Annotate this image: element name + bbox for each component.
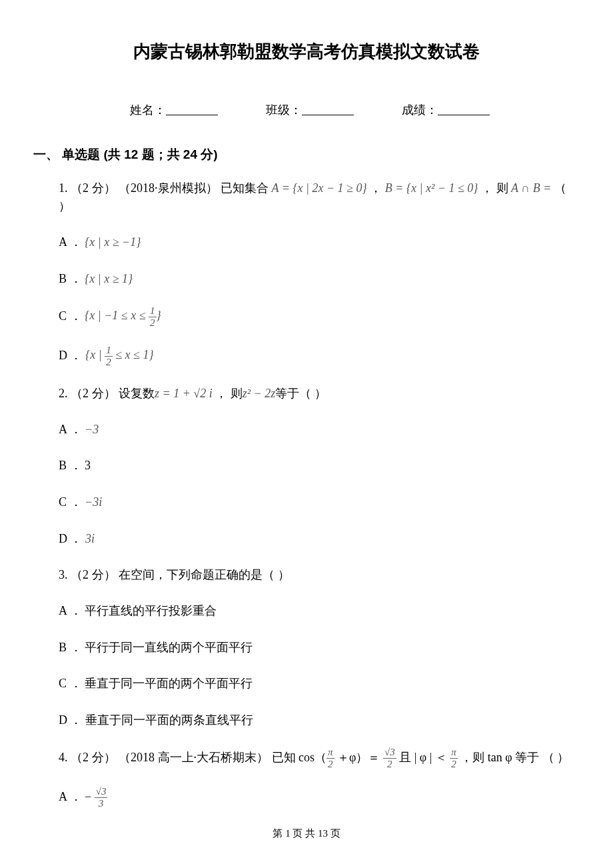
q1-option-a[interactable]: A ． {x | x ≥ −1}	[59, 233, 580, 252]
score-label: 成绩：	[402, 103, 438, 117]
q4-pi2-2: π2	[450, 747, 458, 769]
q1-option-b[interactable]: B ． {x | x ≥ 1}	[59, 269, 580, 289]
option-label: C ．	[59, 495, 85, 509]
option-label: C ．	[59, 309, 85, 322]
q2-optC-val: −3i	[85, 495, 102, 509]
q1-optC-math: {x | −1 ≤ x ≤ 12}	[85, 309, 161, 322]
info-line: 姓名： 班级： 成绩：	[33, 87, 580, 118]
q2-z: z = 1 + √2 i	[155, 387, 213, 400]
q1-source: （2018·泉州模拟） 已知集合	[119, 181, 272, 195]
q1-comma: ，	[367, 181, 385, 195]
q2-number: 2.	[59, 387, 68, 400]
q2-points: （2 分） 设复数	[68, 387, 155, 400]
option-label: D ．	[59, 532, 85, 545]
question-2: 2. （2 分） 设复数z = 1 + √2 i ， 则z² − 2z等于（ ）	[59, 385, 580, 403]
q1-option-d[interactable]: D ． {x | 12 ≤ x ≤ 1}	[59, 345, 580, 367]
score-blank[interactable]	[438, 103, 490, 115]
q1-intersection: A ∩ B =	[511, 181, 554, 195]
question-3: 3. （2 分） 在空间，下列命题正确的是（ ）	[59, 566, 580, 584]
q1-points: （2 分）	[68, 181, 119, 195]
q2-optD-val: 3i	[85, 532, 95, 545]
q4-sqrt3over2: √32	[383, 747, 396, 769]
q1-optA-math: {x | x ≥ −1}	[85, 235, 141, 249]
option-label: A ．	[59, 235, 85, 249]
q4-number: 4.	[59, 751, 68, 764]
q3-option-a[interactable]: A ． 平行直线的平行投影重合	[59, 601, 580, 621]
q1-optB-math: {x | x ≥ 1}	[85, 272, 133, 285]
page-title: 内蒙古锡林郭勒盟数学高考仿真模拟文数试卷	[33, 40, 580, 63]
q3-option-b[interactable]: B ． 平行于同一直线的两个平面平行	[59, 638, 580, 657]
q2-expr: z² − 2z	[243, 387, 276, 400]
class-label: 班级：	[266, 103, 302, 117]
option-label: B ．	[59, 272, 85, 285]
name-label: 姓名：	[130, 103, 166, 117]
section-header-1: 一、 单选题 (共 12 题；共 24 分)	[33, 146, 580, 163]
q1-after: ， 则	[478, 181, 512, 195]
q4-points: （2 分） （2018 高一上·大石桥期末） 已知 cos（	[68, 751, 327, 764]
q1-optD-math: {x | 12 ≤ x ≤ 1}	[85, 348, 154, 361]
option-label: D ．	[59, 348, 85, 361]
q1-setB: B = {x | x² − 1 ≤ 0}	[385, 181, 478, 195]
q2-optA-val: −3	[85, 423, 99, 436]
q4-plusphi: ＋φ）＝	[334, 751, 383, 764]
q2-option-a[interactable]: A ． −3	[59, 420, 580, 439]
q1-setA: A = {x | 2x − 1 ≥ 0}	[272, 181, 367, 195]
page-footer: 第 1 页 共 13 页	[0, 827, 613, 840]
q1-option-c[interactable]: C ． {x | −1 ≤ x ≤ 12}	[59, 306, 580, 328]
question-1: 1. （2 分） （2018·泉州模拟） 已知集合 A = {x | 2x − …	[59, 179, 580, 215]
q3-text: （2 分） 在空间，下列命题正确的是（ ）	[68, 568, 290, 581]
q4-and: 且 | φ | ＜	[396, 751, 450, 764]
q2-option-b[interactable]: B ． 3	[59, 456, 580, 475]
q2-after: 等于（ ）	[275, 387, 326, 400]
q1-number: 1.	[59, 181, 68, 195]
option-label: A ． −	[59, 790, 95, 803]
q2-option-d[interactable]: D ． 3i	[59, 529, 580, 549]
name-blank[interactable]	[166, 103, 218, 115]
q4-then: ，则 tan φ 等于 （ ）	[458, 751, 569, 764]
q2-option-c[interactable]: C ． −3i	[59, 493, 580, 512]
q3-number: 3.	[59, 568, 68, 581]
question-4: 4. （2 分） （2018 高一上·大石桥期末） 已知 cos（π2 ＋φ）＝…	[59, 747, 580, 769]
q4-pi2-1: π2	[326, 747, 334, 769]
q4-option-a[interactable]: A ． − √33	[59, 787, 580, 809]
q3-option-c[interactable]: C ． 垂直于同一平面的两个平面平行	[59, 674, 580, 693]
q3-option-d[interactable]: D ． 垂直于同一平面的两条直线平行	[59, 711, 580, 730]
q4-optA-frac: √33	[95, 787, 108, 809]
class-blank[interactable]	[302, 103, 354, 115]
q2-mid: ， 则	[213, 387, 243, 400]
option-label: A ．	[59, 423, 85, 436]
